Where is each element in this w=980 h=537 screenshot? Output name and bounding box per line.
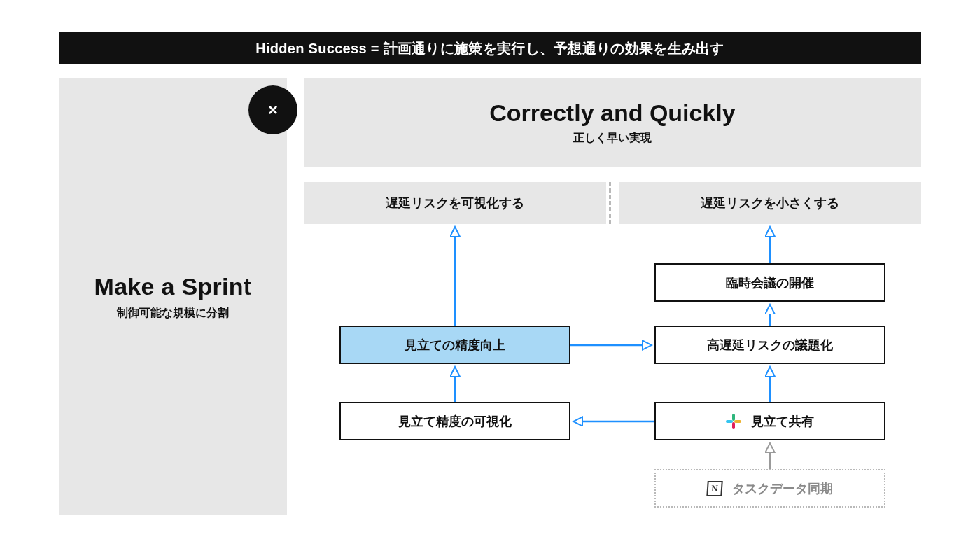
multiply-icon: × [268, 100, 278, 120]
notion-icon: N [706, 481, 723, 496]
risk-reduce-label: 遅延リスクを小さくする [701, 195, 839, 211]
panel-correctly-quickly: Correctly and Quickly 正しく早い実現 [304, 78, 921, 167]
diagram-stage: Hidden Success = 計画通りに施策を実行し、予想通りの効果を生み出… [0, 0, 980, 537]
risk-reduce-box: 遅延リスクを小さくする [619, 182, 921, 224]
node-task-data-sync-label: タスクデータ同期 [732, 480, 833, 497]
node-accuracy-improvement-label: 見立ての精度向上 [405, 337, 505, 354]
right-subtitle: 正しく早い実現 [573, 131, 652, 146]
risk-divider [609, 182, 611, 224]
risk-visualize-label: 遅延リスクを可視化する [386, 195, 524, 211]
node-adhoc-meeting-label: 臨時会議の開催 [726, 274, 814, 291]
node-accuracy-visualize: 見立て精度の可視化 [340, 402, 570, 440]
left-title: Make a Sprint [94, 273, 252, 300]
node-share-estimate-label: 見立て共有 [751, 413, 814, 430]
risk-visualize-box: 遅延リスクを可視化する [304, 182, 606, 224]
node-accuracy-visualize-label: 見立て精度の可視化 [398, 413, 512, 430]
banner: Hidden Success = 計画通りに施策を実行し、予想通りの効果を生み出… [59, 32, 921, 64]
slack-icon [726, 414, 741, 429]
left-subtitle: 制御可能な規模に分割 [117, 306, 229, 321]
banner-text: Hidden Success = 計画通りに施策を実行し、予想通りの効果を生み出… [255, 39, 724, 58]
node-accuracy-improvement: 見立ての精度向上 [340, 326, 570, 364]
panel-make-a-sprint: Make a Sprint 制御可能な規模に分割 [59, 78, 287, 515]
node-high-delay-agenda-label: 高遅延リスクの議題化 [707, 337, 833, 354]
node-task-data-sync: N タスクデータ同期 [654, 469, 886, 508]
node-adhoc-meeting: 臨時会議の開催 [654, 263, 886, 302]
right-title: Correctly and Quickly [489, 99, 735, 127]
multiply-badge: × [248, 85, 298, 134]
vertical-divider [287, 83, 291, 515]
node-share-estimate: 見立て共有 [654, 402, 886, 440]
node-high-delay-agenda: 高遅延リスクの議題化 [654, 326, 886, 364]
